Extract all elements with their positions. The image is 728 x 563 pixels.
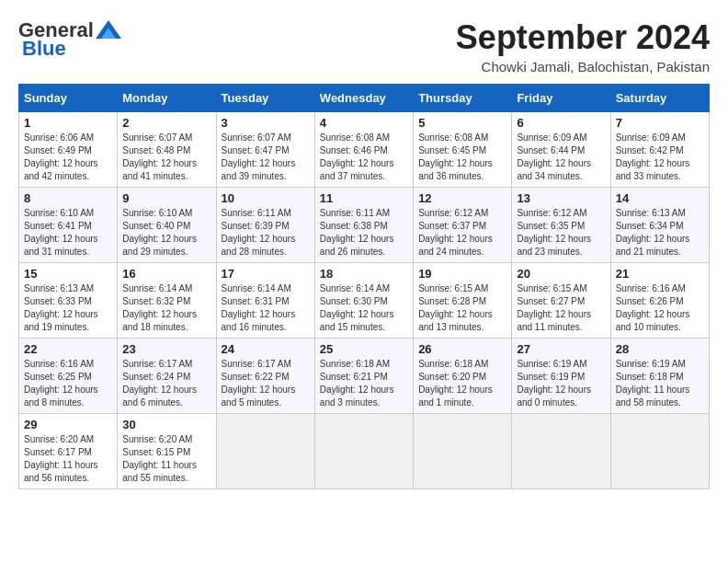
col-friday: Friday: [512, 85, 610, 112]
day-info: Sunrise: 6:16 AMSunset: 6:26 PMDaylight:…: [616, 282, 704, 334]
day-info: Sunrise: 6:19 AMSunset: 6:18 PMDaylight:…: [616, 358, 704, 409]
table-row: 9Sunrise: 6:10 AMSunset: 6:40 PMDaylight…: [118, 188, 216, 263]
day-info: Sunrise: 6:15 AMSunset: 6:28 PMDaylight:…: [418, 282, 506, 334]
table-row: 7Sunrise: 6:09 AMSunset: 6:42 PMDaylight…: [610, 112, 709, 188]
table-row: 19Sunrise: 6:15 AMSunset: 6:28 PMDayligh…: [414, 263, 512, 339]
table-row: 16Sunrise: 6:14 AMSunset: 6:32 PMDayligh…: [118, 263, 216, 339]
col-sunday: Sunday: [19, 85, 118, 112]
day-number: 27: [517, 342, 605, 356]
day-number: 19: [418, 267, 506, 281]
table-row: 28Sunrise: 6:19 AMSunset: 6:18 PMDayligh…: [610, 339, 709, 414]
day-number: 26: [418, 342, 506, 356]
table-row: 18Sunrise: 6:14 AMSunset: 6:30 PMDayligh…: [314, 263, 413, 339]
table-row: 27Sunrise: 6:19 AMSunset: 6:19 PMDayligh…: [512, 339, 610, 414]
table-row: 3Sunrise: 6:07 AMSunset: 6:47 PMDaylight…: [216, 112, 314, 188]
day-info: Sunrise: 6:17 AMSunset: 6:24 PMDaylight:…: [122, 358, 210, 409]
table-row: [512, 414, 610, 489]
calendar-week-row: 1Sunrise: 6:06 AMSunset: 6:49 PMDaylight…: [19, 112, 710, 188]
calendar-week-row: 8Sunrise: 6:10 AMSunset: 6:41 PMDaylight…: [19, 188, 710, 263]
col-monday: Monday: [118, 85, 216, 112]
col-tuesday: Tuesday: [216, 85, 314, 112]
logo-icon: [96, 20, 121, 39]
day-number: 7: [616, 116, 704, 130]
table-row: 2Sunrise: 6:07 AMSunset: 6:48 PMDaylight…: [118, 112, 216, 188]
day-info: Sunrise: 6:14 AMSunset: 6:31 PMDaylight:…: [222, 282, 310, 334]
day-info: Sunrise: 6:18 AMSunset: 6:21 PMDaylight:…: [320, 358, 408, 409]
table-row: 30Sunrise: 6:20 AMSunset: 6:15 PMDayligh…: [118, 414, 216, 489]
day-info: Sunrise: 6:11 AMSunset: 6:38 PMDaylight:…: [320, 207, 408, 259]
day-info: Sunrise: 6:17 AMSunset: 6:22 PMDaylight:…: [222, 358, 310, 409]
calendar-header-row: Sunday Monday Tuesday Wednesday Thursday…: [19, 85, 710, 112]
table-row: 10Sunrise: 6:11 AMSunset: 6:39 PMDayligh…: [216, 188, 314, 263]
day-info: Sunrise: 6:14 AMSunset: 6:30 PMDaylight:…: [320, 282, 408, 334]
table-row: [610, 414, 709, 489]
table-row: [414, 414, 512, 489]
day-number: 10: [222, 191, 310, 205]
day-number: 1: [24, 116, 112, 130]
table-row: 26Sunrise: 6:18 AMSunset: 6:20 PMDayligh…: [414, 339, 512, 414]
day-info: Sunrise: 6:12 AMSunset: 6:35 PMDaylight:…: [517, 207, 605, 259]
day-number: 15: [24, 267, 112, 281]
table-row: 22Sunrise: 6:16 AMSunset: 6:25 PMDayligh…: [19, 339, 118, 414]
day-info: Sunrise: 6:10 AMSunset: 6:40 PMDaylight:…: [122, 207, 210, 259]
day-number: 17: [222, 267, 310, 281]
col-thursday: Thursday: [414, 85, 512, 112]
table-row: 1Sunrise: 6:06 AMSunset: 6:49 PMDaylight…: [19, 112, 118, 188]
day-info: Sunrise: 6:07 AMSunset: 6:47 PMDaylight:…: [222, 132, 310, 183]
calendar-week-row: 29Sunrise: 6:20 AMSunset: 6:17 PMDayligh…: [19, 414, 710, 489]
table-row: 21Sunrise: 6:16 AMSunset: 6:26 PMDayligh…: [610, 263, 709, 339]
table-row: 15Sunrise: 6:13 AMSunset: 6:33 PMDayligh…: [19, 263, 118, 339]
day-info: Sunrise: 6:11 AMSunset: 6:39 PMDaylight:…: [222, 207, 310, 259]
table-row: 4Sunrise: 6:08 AMSunset: 6:46 PMDaylight…: [314, 112, 413, 188]
table-row: 20Sunrise: 6:15 AMSunset: 6:27 PMDayligh…: [512, 263, 610, 339]
day-number: 3: [222, 116, 310, 130]
table-row: 12Sunrise: 6:12 AMSunset: 6:37 PMDayligh…: [414, 188, 512, 263]
table-row: 11Sunrise: 6:11 AMSunset: 6:38 PMDayligh…: [314, 188, 413, 263]
day-number: 13: [517, 191, 605, 205]
day-info: Sunrise: 6:16 AMSunset: 6:25 PMDaylight:…: [24, 358, 112, 409]
table-row: 6Sunrise: 6:09 AMSunset: 6:44 PMDaylight…: [512, 112, 610, 188]
table-row: 5Sunrise: 6:08 AMSunset: 6:45 PMDaylight…: [414, 112, 512, 188]
title-block: September 2024 Chowki Jamali, Balochista…: [456, 18, 710, 75]
calendar-week-row: 15Sunrise: 6:13 AMSunset: 6:33 PMDayligh…: [19, 263, 710, 339]
table-row: 24Sunrise: 6:17 AMSunset: 6:22 PMDayligh…: [216, 339, 314, 414]
day-info: Sunrise: 6:07 AMSunset: 6:48 PMDaylight:…: [122, 132, 210, 183]
day-info: Sunrise: 6:09 AMSunset: 6:42 PMDaylight:…: [616, 132, 704, 183]
calendar-week-row: 22Sunrise: 6:16 AMSunset: 6:25 PMDayligh…: [19, 339, 710, 414]
table-row: 17Sunrise: 6:14 AMSunset: 6:31 PMDayligh…: [216, 263, 314, 339]
day-number: 2: [122, 116, 210, 130]
day-number: 20: [517, 267, 605, 281]
day-info: Sunrise: 6:10 AMSunset: 6:41 PMDaylight:…: [24, 207, 112, 259]
logo: General Blue: [18, 18, 121, 61]
day-number: 6: [517, 116, 605, 130]
day-number: 9: [122, 191, 210, 205]
day-number: 5: [418, 116, 506, 130]
day-info: Sunrise: 6:12 AMSunset: 6:37 PMDaylight:…: [418, 207, 506, 259]
table-row: 25Sunrise: 6:18 AMSunset: 6:21 PMDayligh…: [314, 339, 413, 414]
table-row: [216, 414, 314, 489]
day-info: Sunrise: 6:20 AMSunset: 6:15 PMDaylight:…: [122, 433, 210, 485]
day-number: 24: [222, 342, 310, 356]
month-title: September 2024: [456, 18, 710, 57]
day-number: 21: [616, 267, 704, 281]
day-number: 16: [122, 267, 210, 281]
day-number: 30: [122, 418, 210, 431]
col-saturday: Saturday: [610, 85, 709, 112]
day-info: Sunrise: 6:06 AMSunset: 6:49 PMDaylight:…: [24, 132, 112, 183]
day-number: 25: [320, 342, 408, 356]
table-row: 14Sunrise: 6:13 AMSunset: 6:34 PMDayligh…: [610, 188, 709, 263]
day-info: Sunrise: 6:08 AMSunset: 6:45 PMDaylight:…: [418, 132, 506, 183]
calendar-table: Sunday Monday Tuesday Wednesday Thursday…: [18, 84, 710, 489]
day-info: Sunrise: 6:14 AMSunset: 6:32 PMDaylight:…: [122, 282, 210, 334]
day-number: 4: [320, 116, 408, 130]
day-info: Sunrise: 6:13 AMSunset: 6:33 PMDaylight:…: [24, 282, 112, 334]
day-number: 29: [24, 418, 112, 431]
day-info: Sunrise: 6:18 AMSunset: 6:20 PMDaylight:…: [418, 358, 506, 409]
day-number: 8: [24, 191, 112, 205]
day-number: 12: [418, 191, 506, 205]
day-info: Sunrise: 6:13 AMSunset: 6:34 PMDaylight:…: [616, 207, 704, 259]
day-info: Sunrise: 6:19 AMSunset: 6:19 PMDaylight:…: [517, 358, 605, 409]
table-row: 8Sunrise: 6:10 AMSunset: 6:41 PMDaylight…: [19, 188, 118, 263]
logo-blue: Blue: [22, 37, 66, 61]
day-number: 28: [616, 342, 704, 356]
